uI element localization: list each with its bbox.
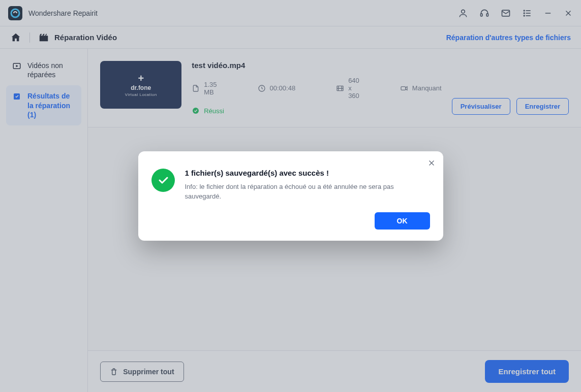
dialog-info: Info: le fichier dont la réparation a éc…: [185, 182, 430, 202]
dialog-title: 1 fichier(s) sauvegardé(s) avec succès !: [185, 169, 430, 177]
success-check-icon: [151, 169, 175, 192]
dialog-actions: OK: [151, 212, 430, 230]
dialog-text: 1 fichier(s) sauvegardé(s) avec succès !…: [185, 169, 430, 202]
modal-overlay: 1 fichier(s) sauvegardé(s) avec succès !…: [0, 0, 581, 392]
dialog-body: 1 fichier(s) sauvegardé(s) avec succès !…: [151, 169, 430, 202]
dialog-close-button[interactable]: [427, 158, 436, 168]
dialog-ok-button[interactable]: OK: [375, 212, 430, 230]
success-dialog: 1 fichier(s) sauvegardé(s) avec succès !…: [138, 151, 443, 241]
